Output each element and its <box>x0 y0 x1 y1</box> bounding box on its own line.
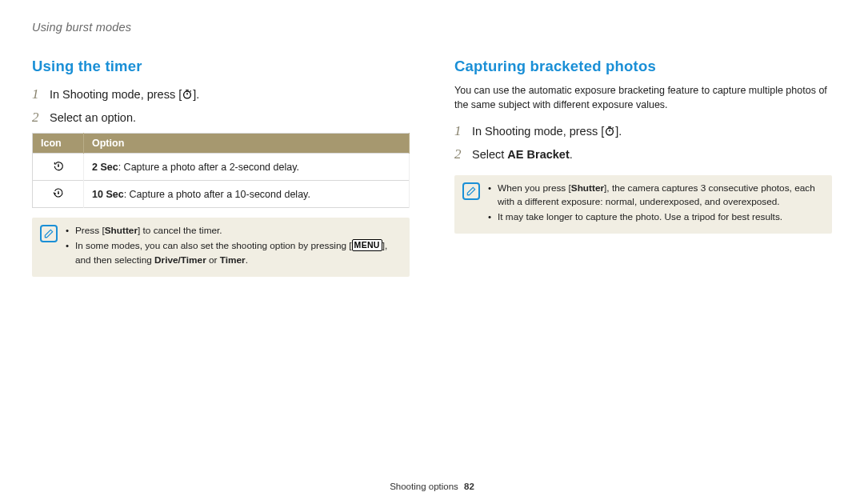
step-number: 2 <box>32 106 43 128</box>
note-item: It may take longer to capture the photo.… <box>488 210 822 224</box>
step-number: 1 <box>32 83 43 105</box>
menu-badge-icon: MENU <box>352 239 382 251</box>
step-2: 2 Select AE Bracket. <box>454 143 832 165</box>
section-title-bracket: Capturing bracketed photos <box>454 58 832 75</box>
icon-cell-2sec <box>33 154 84 181</box>
timer-icon <box>182 89 193 100</box>
note-icon <box>462 182 480 200</box>
svg-point-5 <box>58 166 58 167</box>
table-row: 10 Sec: Capture a photo after a 10-secon… <box>33 181 410 208</box>
option-cell: 10 Sec: Capture a photo after a 10-secon… <box>84 181 410 208</box>
step-1: 1 In Shooting mode, press []. <box>454 120 832 142</box>
note-icon <box>40 225 58 242</box>
footer-section: Shooting options <box>390 482 458 491</box>
section-title-timer: Using the timer <box>32 58 410 75</box>
svg-point-7 <box>58 194 58 194</box>
step-number: 1 <box>454 120 466 142</box>
page-number: 82 <box>464 482 474 491</box>
note-box-timer: Press [Shutter] to cancel the timer. In … <box>32 218 410 276</box>
manual-page: Using burst modes Using the timer 1 In S… <box>0 0 864 504</box>
svg-point-0 <box>184 91 191 98</box>
step-text: Select AE Bracket. <box>472 146 573 164</box>
bracket-steps: 1 In Shooting mode, press []. 2 Select A… <box>454 120 832 165</box>
right-column: Capturing bracketed photos You can use t… <box>454 58 832 277</box>
bracket-intro: You can use the automatic exposure brack… <box>454 83 832 112</box>
note-list: Press [Shutter] to cancel the timer. In … <box>66 224 400 268</box>
note-item: When you press [Shutter], the camera cap… <box>488 182 822 209</box>
step-text: In Shooting mode, press []. <box>50 86 199 104</box>
page-footer: Shooting options 82 <box>0 482 864 491</box>
col-icon-header: Icon <box>33 134 84 154</box>
note-box-bracket: When you press [Shutter], the camera cap… <box>454 175 832 234</box>
step-1: 1 In Shooting mode, press []. <box>32 83 410 105</box>
step-2: 2 Select an option. <box>32 106 410 128</box>
timer-icon <box>604 126 615 137</box>
note-item: In some modes, you can also set the shoo… <box>66 239 400 266</box>
timer-2s-icon <box>52 159 65 172</box>
two-column-layout: Using the timer 1 In Shooting mode, pres… <box>32 58 832 277</box>
timer-options-table: Icon Option <box>32 133 410 208</box>
svg-line-12 <box>613 128 614 129</box>
note-item: Press [Shutter] to cancel the timer. <box>66 224 400 238</box>
icon-cell-10sec <box>33 181 84 208</box>
table-row: 2 Sec: Capture a photo after a 2-second … <box>33 154 410 181</box>
left-column: Using the timer 1 In Shooting mode, pres… <box>32 58 410 277</box>
note-list: When you press [Shutter], the camera cap… <box>488 182 822 226</box>
option-cell: 2 Sec: Capture a photo after a 2-second … <box>84 154 410 181</box>
timer-10s-icon <box>52 186 65 199</box>
step-text: In Shooting mode, press []. <box>472 122 622 141</box>
timer-steps: 1 In Shooting mode, press []. 2 Select a… <box>32 83 410 128</box>
breadcrumb: Using burst modes <box>32 21 832 34</box>
svg-line-3 <box>190 90 191 91</box>
step-text: Select an option. <box>50 109 136 127</box>
col-option-header: Option <box>84 134 410 154</box>
step-number: 2 <box>454 143 466 165</box>
